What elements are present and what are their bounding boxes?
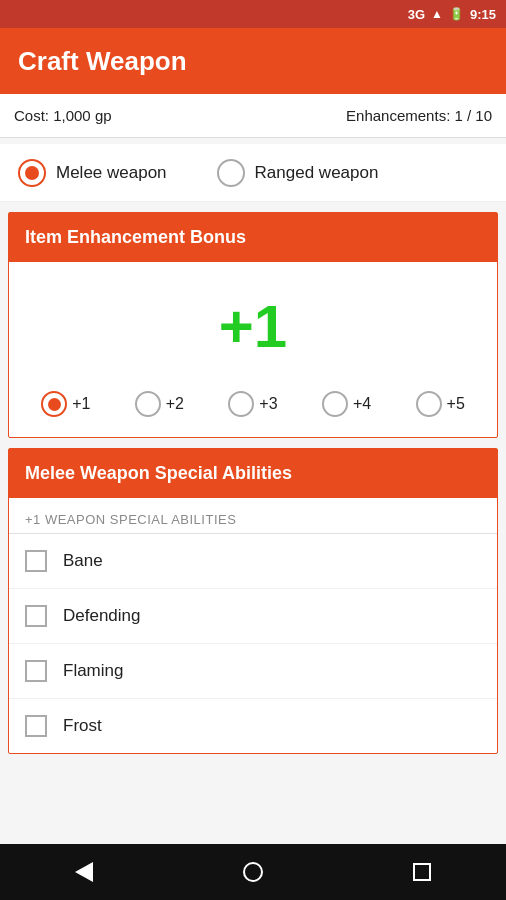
- bonus-display: +1: [9, 262, 497, 381]
- ability-item-frost[interactable]: Frost: [9, 699, 497, 753]
- back-button[interactable]: [64, 852, 104, 892]
- enh-label-2: +2: [166, 395, 184, 413]
- melee-weapon-label: Melee weapon: [56, 163, 167, 183]
- enhancement-bonus-header: Item Enhancement Bonus: [9, 213, 497, 262]
- enhancement-bonus-card: Item Enhancement Bonus +1 +1 +2 +3 +4 +5: [8, 212, 498, 438]
- special-abilities-card: Melee Weapon Special Abilities +1 WEAPON…: [8, 448, 498, 754]
- network-indicator: 3G: [408, 7, 425, 22]
- ability-item-defending[interactable]: Defending: [9, 589, 497, 644]
- enh-label-4: +4: [353, 395, 371, 413]
- melee-weapon-option[interactable]: Melee weapon: [18, 159, 167, 187]
- defending-checkbox[interactable]: [25, 605, 47, 627]
- enhancement-option-3[interactable]: +3: [228, 391, 277, 417]
- status-bar: 3G ▲ 🔋 9:15: [0, 0, 506, 28]
- ranged-radio[interactable]: [217, 159, 245, 187]
- app-title: Craft Weapon: [18, 46, 187, 77]
- ability-item-bane[interactable]: Bane: [9, 534, 497, 589]
- current-bonus-value: +1: [219, 292, 287, 361]
- enhancement-option-2[interactable]: +2: [135, 391, 184, 417]
- recents-button[interactable]: [402, 852, 442, 892]
- bottom-navigation: [0, 844, 506, 900]
- home-icon: [243, 862, 263, 882]
- enh-label-5: +5: [447, 395, 465, 413]
- defending-label: Defending: [63, 606, 141, 626]
- melee-radio[interactable]: [18, 159, 46, 187]
- enh-radio-1[interactable]: [41, 391, 67, 417]
- flaming-label: Flaming: [63, 661, 123, 681]
- frost-checkbox[interactable]: [25, 715, 47, 737]
- enh-label-1: +1: [72, 395, 90, 413]
- ranged-weapon-label: Ranged weapon: [255, 163, 379, 183]
- app-bar: Craft Weapon: [0, 28, 506, 94]
- ability-tier-label: +1 WEAPON SPECIAL ABILITIES: [9, 498, 497, 534]
- home-button[interactable]: [233, 852, 273, 892]
- weapon-type-row: Melee weapon Ranged weapon: [0, 144, 506, 202]
- melee-radio-inner: [25, 166, 39, 180]
- enh-inner-1: [48, 398, 61, 411]
- enhancement-bonus-title: Item Enhancement Bonus: [25, 227, 246, 247]
- cost-label: Cost: 1,000 gp: [14, 107, 112, 124]
- back-icon: [75, 862, 93, 882]
- enhancements-label: Enhancements: 1 / 10: [346, 107, 492, 124]
- battery-icon: 🔋: [449, 7, 464, 21]
- enhancement-option-1[interactable]: +1: [41, 391, 90, 417]
- frost-label: Frost: [63, 716, 102, 736]
- enhancement-option-4[interactable]: +4: [322, 391, 371, 417]
- enhancement-options-row: +1 +2 +3 +4 +5: [9, 381, 497, 437]
- enh-radio-3[interactable]: [228, 391, 254, 417]
- ability-item-flaming[interactable]: Flaming: [9, 644, 497, 699]
- clock: 9:15: [470, 7, 496, 22]
- signal-icon: ▲: [431, 7, 443, 21]
- bane-label: Bane: [63, 551, 103, 571]
- special-abilities-title: Melee Weapon Special Abilities: [25, 463, 292, 483]
- special-abilities-header: Melee Weapon Special Abilities: [9, 449, 497, 498]
- enh-radio-5[interactable]: [416, 391, 442, 417]
- flaming-checkbox[interactable]: [25, 660, 47, 682]
- enh-label-3: +3: [259, 395, 277, 413]
- cost-row: Cost: 1,000 gp Enhancements: 1 / 10: [0, 94, 506, 138]
- ranged-weapon-option[interactable]: Ranged weapon: [217, 159, 379, 187]
- recents-icon: [413, 863, 431, 881]
- enh-radio-2[interactable]: [135, 391, 161, 417]
- enhancement-option-5[interactable]: +5: [416, 391, 465, 417]
- enh-radio-4[interactable]: [322, 391, 348, 417]
- bane-checkbox[interactable]: [25, 550, 47, 572]
